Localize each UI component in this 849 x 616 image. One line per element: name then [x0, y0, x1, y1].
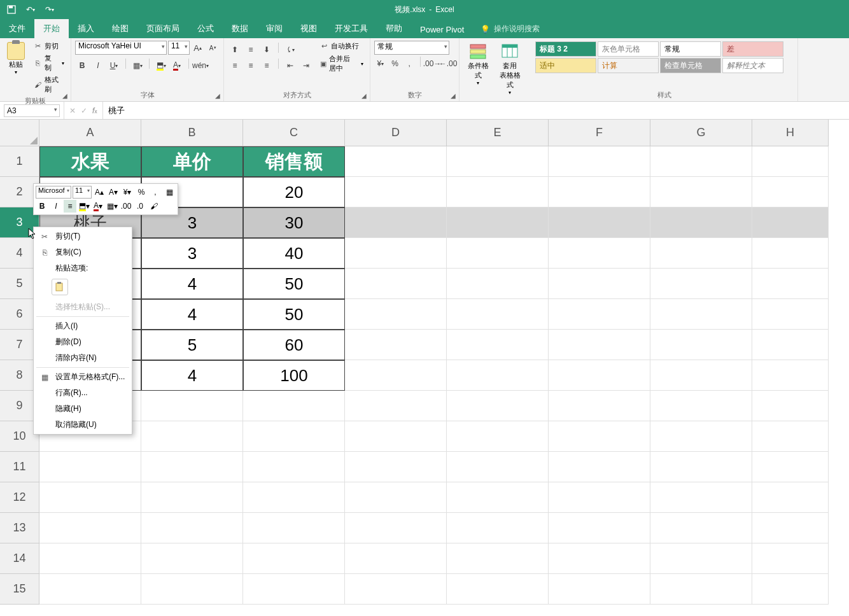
cell[interactable]: [141, 421, 243, 452]
mini-dec-decimal[interactable]: .0: [134, 200, 146, 213]
cell[interactable]: [447, 238, 549, 269]
borders-button[interactable]: ▦▾: [130, 59, 144, 73]
row-header[interactable]: 14: [0, 543, 39, 574]
align-top-button[interactable]: ⬆: [228, 43, 242, 57]
cell[interactable]: [141, 391, 243, 421]
cell[interactable]: [345, 330, 447, 360]
cell[interactable]: [650, 421, 752, 452]
number-launcher[interactable]: ◢: [449, 91, 458, 100]
cell[interactable]: [345, 269, 447, 299]
align-right-button[interactable]: ≡: [260, 59, 274, 73]
underline-button[interactable]: U▾: [107, 59, 121, 73]
mini-font-color[interactable]: A▾: [92, 200, 104, 213]
ctx-item[interactable]: 取消隐藏(U): [34, 417, 132, 433]
cell[interactable]: [345, 452, 447, 482]
style-cell[interactable]: 差: [722, 41, 783, 57]
cell[interactable]: [243, 482, 345, 513]
cell[interactable]: [141, 543, 243, 574]
row-header[interactable]: 12: [0, 482, 39, 513]
number-format-combo[interactable]: 常规: [374, 41, 449, 55]
style-cell[interactable]: 标题 3 2: [535, 41, 596, 57]
cell[interactable]: [549, 513, 650, 543]
col-header[interactable]: E: [447, 120, 549, 146]
cell[interactable]: [549, 299, 650, 330]
cell[interactable]: [752, 299, 829, 330]
cell[interactable]: [141, 574, 243, 605]
cell[interactable]: [141, 452, 243, 482]
cell[interactable]: [752, 146, 829, 177]
tab-insert[interactable]: 插入: [69, 19, 103, 38]
tab-file[interactable]: 文件: [0, 19, 34, 38]
cell[interactable]: [345, 238, 447, 269]
cell[interactable]: [752, 177, 829, 207]
cell[interactable]: [549, 207, 650, 238]
row-header[interactable]: 15: [0, 574, 39, 605]
cell[interactable]: [650, 452, 752, 482]
cell[interactable]: 销售额: [243, 146, 345, 177]
undo-button[interactable]: ↶▾: [24, 3, 37, 16]
cell[interactable]: [345, 574, 447, 605]
cell[interactable]: [650, 482, 752, 513]
save-icon[interactable]: [5, 3, 18, 16]
cell[interactable]: [243, 391, 345, 421]
col-header[interactable]: H: [752, 120, 829, 146]
italic-button[interactable]: I: [91, 59, 105, 73]
cell[interactable]: [447, 391, 549, 421]
align-middle-button[interactable]: ≡: [244, 43, 258, 57]
col-header[interactable]: C: [243, 120, 345, 146]
cell[interactable]: [650, 207, 752, 238]
style-cell[interactable]: 灰色单元格: [598, 41, 659, 57]
cell[interactable]: [752, 360, 829, 391]
col-header[interactable]: G: [650, 120, 752, 146]
cell[interactable]: [650, 543, 752, 574]
col-header[interactable]: B: [141, 120, 243, 146]
tab-help[interactable]: 帮助: [377, 19, 411, 38]
cell[interactable]: [549, 543, 650, 574]
conditional-format-button[interactable]: 条件格式▾: [463, 41, 493, 87]
cell[interactable]: [447, 269, 549, 299]
style-cell[interactable]: 常规: [660, 41, 721, 57]
ctx-item[interactable]: ✂剪切(T): [34, 228, 132, 244]
cell[interactable]: [39, 513, 141, 543]
cell[interactable]: 4: [141, 360, 243, 391]
cell[interactable]: [549, 330, 650, 360]
mini-comma[interactable]: ,: [149, 186, 162, 199]
cell[interactable]: [447, 146, 549, 177]
cell[interactable]: [549, 238, 650, 269]
font-launcher[interactable]: ◢: [213, 91, 222, 100]
tab-formulas[interactable]: 公式: [188, 19, 223, 38]
tab-view[interactable]: 视图: [291, 19, 326, 38]
copy-button[interactable]: ⎘复制▾: [31, 53, 67, 73]
cell[interactable]: [752, 452, 829, 482]
mini-shrink-font[interactable]: A▾: [107, 186, 120, 199]
cell[interactable]: [752, 543, 829, 574]
tab-draw[interactable]: 绘图: [103, 19, 137, 38]
ctx-item[interactable]: 删除(D): [34, 334, 132, 350]
cell[interactable]: [243, 513, 345, 543]
ctx-item[interactable]: 插入(I): [34, 318, 132, 334]
mini-percent[interactable]: %: [135, 186, 148, 199]
col-header[interactable]: A: [39, 120, 141, 146]
cell[interactable]: 5: [141, 330, 243, 360]
cell[interactable]: [549, 391, 650, 421]
indent-inc-button[interactable]: ⇥: [299, 59, 313, 73]
cell[interactable]: [345, 207, 447, 238]
cell[interactable]: 3: [141, 238, 243, 269]
fill-color-button[interactable]: ⬒▾: [154, 59, 168, 73]
cell[interactable]: [141, 513, 243, 543]
cell[interactable]: 100: [243, 360, 345, 391]
cell[interactable]: [549, 574, 650, 605]
cell[interactable]: [752, 391, 829, 421]
cell[interactable]: [141, 482, 243, 513]
tab-powerpivot[interactable]: Power Pivot: [411, 21, 473, 38]
align-launcher[interactable]: ◢: [360, 91, 368, 100]
cell[interactable]: [345, 482, 447, 513]
cell[interactable]: 20: [243, 177, 345, 207]
orientation-button[interactable]: ⤹▾: [283, 43, 297, 57]
row-header[interactable]: 1: [0, 146, 39, 177]
mini-italic[interactable]: I: [50, 200, 62, 213]
paste-button[interactable]: 粘贴 ▾: [4, 41, 28, 76]
ctx-item[interactable]: 清除内容(N): [34, 350, 132, 366]
tab-data[interactable]: 数据: [223, 19, 257, 38]
align-left-button[interactable]: ≡: [228, 59, 242, 73]
